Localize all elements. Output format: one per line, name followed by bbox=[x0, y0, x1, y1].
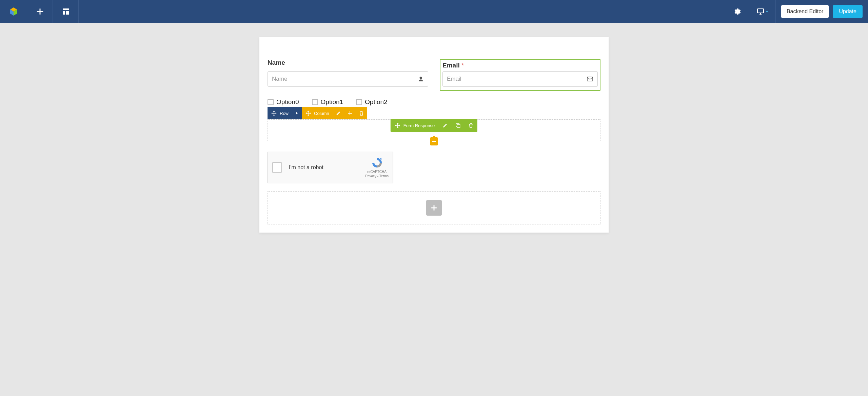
checkbox-icon[interactable] bbox=[268, 99, 274, 105]
topbar-left bbox=[0, 0, 79, 23]
row-layout-button[interactable] bbox=[292, 107, 302, 119]
column-edit-button[interactable] bbox=[333, 107, 344, 119]
recaptcha-branding: reCAPTCHA Privacy - Terms bbox=[365, 157, 389, 178]
recaptcha-brand: reCAPTCHA bbox=[365, 170, 389, 174]
add-row-button[interactable] bbox=[426, 200, 442, 216]
column-delete-button[interactable] bbox=[356, 107, 367, 119]
move-icon bbox=[271, 110, 277, 116]
checkbox-icon[interactable] bbox=[356, 99, 362, 105]
pencil-icon bbox=[443, 123, 448, 128]
email-field-block[interactable]: Email * bbox=[440, 59, 600, 91]
plus-icon bbox=[348, 111, 352, 116]
name-input-wrap bbox=[268, 71, 428, 87]
chevron-down-icon bbox=[766, 11, 768, 13]
plus-move-icon bbox=[395, 122, 401, 128]
recaptcha-links[interactable]: Privacy - Terms bbox=[365, 174, 389, 178]
svg-rect-4 bbox=[63, 11, 65, 15]
row-control: Row bbox=[268, 107, 302, 119]
recaptcha-widget[interactable]: I'm not a robot reCAPTCHA Privacy - Term… bbox=[268, 152, 393, 183]
recaptcha-text: I'm not a robot bbox=[289, 164, 365, 171]
recaptcha-logo-icon bbox=[365, 157, 389, 169]
checkbox-icon[interactable] bbox=[312, 99, 318, 105]
option-1[interactable]: Option1 bbox=[312, 98, 343, 106]
option-label: Option1 bbox=[321, 98, 343, 106]
option-label: Option2 bbox=[365, 98, 388, 106]
form-response-control: Form Response bbox=[391, 119, 477, 132]
row-column-controls: Row Column bbox=[268, 107, 600, 119]
copy-icon bbox=[456, 123, 460, 128]
email-input[interactable] bbox=[442, 71, 598, 87]
add-element-button[interactable] bbox=[27, 0, 53, 23]
page-canvas: Name Email * bbox=[259, 37, 609, 233]
row-drag-handle[interactable]: Row bbox=[268, 107, 292, 119]
column-control: Column bbox=[302, 107, 367, 119]
trash-icon bbox=[359, 111, 364, 116]
update-button[interactable]: Update bbox=[833, 5, 863, 18]
form-response-drag-handle[interactable]: Form Response bbox=[391, 119, 439, 132]
trash-icon bbox=[469, 123, 473, 128]
responsive-preview-button[interactable] bbox=[750, 0, 775, 23]
chevron-right-icon bbox=[296, 112, 298, 115]
name-label: Name bbox=[268, 59, 428, 66]
plus-icon bbox=[431, 204, 437, 211]
envelope-icon bbox=[587, 77, 593, 81]
gear-icon bbox=[733, 7, 741, 16]
row-label: Row bbox=[280, 111, 289, 116]
column-label: Column bbox=[314, 111, 329, 116]
svg-rect-3 bbox=[63, 8, 69, 10]
topbar-actions: Backend Editor Update bbox=[775, 0, 868, 23]
option-2[interactable]: Option2 bbox=[356, 98, 388, 106]
email-selected-frame: Email * bbox=[440, 59, 600, 91]
templates-button[interactable] bbox=[53, 0, 79, 23]
svg-rect-8 bbox=[457, 124, 460, 127]
backend-editor-button[interactable]: Backend Editor bbox=[781, 5, 829, 18]
canvas-wrap: Name Email * bbox=[0, 23, 868, 246]
option-0[interactable]: Option0 bbox=[268, 98, 299, 106]
form-response-row[interactable]: Form Response bbox=[268, 119, 600, 141]
svg-rect-5 bbox=[66, 11, 69, 15]
option-label: Option0 bbox=[276, 98, 299, 106]
form-row: Name Email * bbox=[268, 59, 600, 91]
add-row-placeholder[interactable] bbox=[268, 191, 600, 224]
checkbox-options[interactable]: Option0 Option1 Option2 bbox=[268, 98, 600, 106]
email-label: Email * bbox=[442, 62, 598, 69]
form-response-delete-button[interactable] bbox=[465, 119, 477, 132]
logo[interactable] bbox=[0, 0, 27, 23]
form-response-label: Form Response bbox=[403, 123, 435, 128]
desktop-icon bbox=[757, 8, 764, 15]
form-response-edit-button[interactable] bbox=[439, 119, 452, 132]
name-field-block[interactable]: Name bbox=[268, 59, 428, 91]
plus-icon bbox=[432, 139, 436, 143]
email-label-text: Email bbox=[442, 62, 460, 69]
top-bar: Backend Editor Update bbox=[0, 0, 868, 23]
column-add-button[interactable] bbox=[344, 107, 356, 119]
svg-rect-6 bbox=[757, 9, 764, 13]
layout-icon bbox=[62, 8, 70, 15]
name-input[interactable] bbox=[268, 71, 428, 87]
settings-button[interactable] bbox=[724, 0, 750, 23]
form-response-clone-button[interactable] bbox=[452, 119, 465, 132]
email-input-wrap bbox=[442, 71, 598, 87]
svg-rect-7 bbox=[587, 77, 593, 81]
recaptcha-checkbox[interactable] bbox=[272, 162, 282, 173]
column-drag-handle[interactable]: Column bbox=[302, 107, 333, 119]
add-element-inline-button[interactable] bbox=[430, 137, 438, 145]
wpbakery-logo-icon bbox=[9, 7, 18, 16]
required-marker: * bbox=[461, 62, 464, 69]
pencil-icon bbox=[336, 111, 341, 116]
topbar-spacer bbox=[79, 0, 724, 23]
plus-icon bbox=[36, 8, 44, 15]
plus-move-icon bbox=[305, 110, 311, 116]
user-icon bbox=[418, 76, 423, 82]
